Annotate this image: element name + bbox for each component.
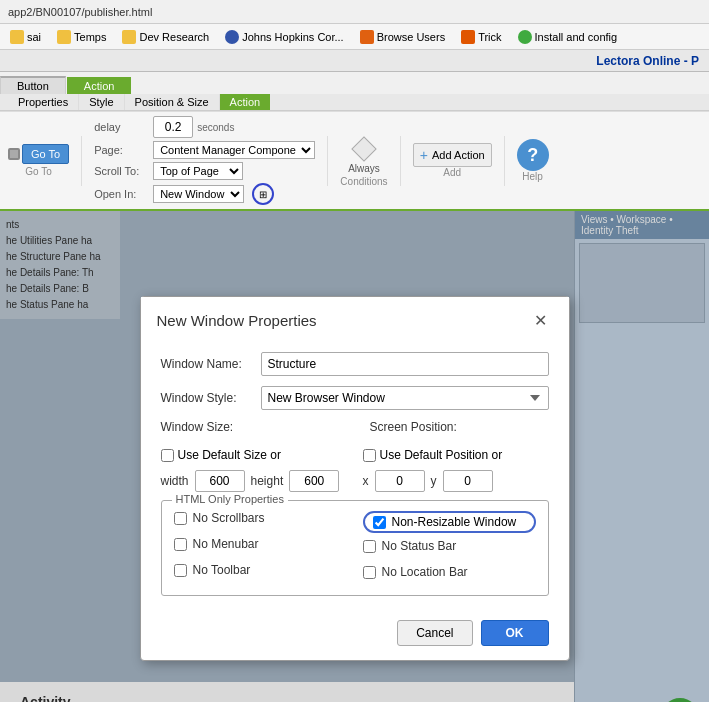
browser-url: app2/BN00107/publisher.html xyxy=(8,6,152,18)
scroll-row: Scroll To: Top of Page xyxy=(94,162,315,180)
no-scrollbars-row: No Scrollbars xyxy=(174,511,347,525)
bookmark-label: sai xyxy=(27,31,41,43)
no-menubar-label: No Menubar xyxy=(193,537,259,551)
no-menubar-checkbox[interactable] xyxy=(174,538,187,551)
bookmark-temps[interactable]: Temps xyxy=(53,29,110,45)
sub-tab-properties[interactable]: Properties xyxy=(8,94,79,110)
app-title: Lectora Online - P xyxy=(596,54,699,68)
scroll-select[interactable]: Top of Page xyxy=(153,162,243,180)
help-section-label: Help xyxy=(517,171,549,182)
tab-action[interactable]: Action xyxy=(67,77,132,94)
bookmark-label: Install and config xyxy=(535,31,618,43)
trick-icon xyxy=(461,30,475,44)
x-input[interactable] xyxy=(375,470,425,492)
bookmark-browse-users[interactable]: Browse Users xyxy=(356,29,449,45)
install-icon xyxy=(518,30,532,44)
sub-tab-action[interactable]: Action xyxy=(220,94,271,110)
divider xyxy=(81,136,82,186)
no-status-bar-checkbox[interactable] xyxy=(363,540,376,553)
bookmarks-bar: sai Temps Dev Research Johns Hopkins Cor… xyxy=(0,24,709,50)
cancel-button[interactable]: Cancel xyxy=(397,620,472,646)
no-scrollbars-label: No Scrollbars xyxy=(193,511,265,525)
no-toolbar-checkbox[interactable] xyxy=(174,564,187,577)
window-icon: ⊞ xyxy=(259,189,267,200)
page-label: Page: xyxy=(94,144,149,156)
window-style-select[interactable]: New Browser Window Popup Window Full Scr… xyxy=(261,386,549,410)
open-row: Open In: New Window ⊞ xyxy=(94,183,315,205)
default-row: Use Default Size or Use Default Position… xyxy=(161,448,549,462)
bookmark-dev-research[interactable]: Dev Research xyxy=(118,29,213,45)
delay-row: delay seconds xyxy=(94,116,315,138)
always-label: Always xyxy=(348,163,380,174)
x-label: x xyxy=(363,474,369,488)
y-input[interactable] xyxy=(443,470,493,492)
height-input[interactable] xyxy=(289,470,339,492)
use-default-pos-label: Use Default Position or xyxy=(380,448,503,462)
help-group: ? Help xyxy=(517,139,549,182)
bookmark-install[interactable]: Install and config xyxy=(514,29,622,45)
divider3 xyxy=(400,136,401,186)
folder-icon xyxy=(122,30,136,44)
no-status-bar-row: No Status Bar xyxy=(363,539,536,553)
add-action-group: + Add Action Add xyxy=(413,143,492,178)
bookmark-label: Trick xyxy=(478,31,501,43)
window-name-input[interactable] xyxy=(261,352,549,376)
use-default-size-label: Use Default Size or xyxy=(178,448,281,462)
bookmark-label: Browse Users xyxy=(377,31,445,43)
bookmark-sai[interactable]: sai xyxy=(6,29,45,45)
open-select[interactable]: New Window xyxy=(153,185,244,203)
tab-button[interactable]: Button xyxy=(0,76,66,94)
use-default-pos-row: Use Default Position or xyxy=(363,448,549,462)
width-input[interactable] xyxy=(195,470,245,492)
conditions-diamond-wrap xyxy=(352,137,376,161)
dialog-close-button[interactable]: ✕ xyxy=(528,309,553,332)
ok-button[interactable]: OK xyxy=(481,620,549,646)
window-size-label: Window Size: xyxy=(161,420,340,434)
sub-tab-position-size[interactable]: Position & Size xyxy=(125,94,220,110)
conditions-diamond xyxy=(351,136,376,161)
no-location-bar-row: No Location Bar xyxy=(363,565,536,579)
dialog-body: Window Name: Window Style: New Browser W… xyxy=(141,340,569,612)
bookmark-johns-hopkins[interactable]: Johns Hopkins Cor... xyxy=(221,29,348,45)
new-window-properties-dialog: New Window Properties ✕ Window Name: Win… xyxy=(140,296,570,661)
use-default-pos-checkbox[interactable] xyxy=(363,449,376,462)
delay-input[interactable] xyxy=(153,116,193,138)
browser-bar: app2/BN00107/publisher.html xyxy=(0,0,709,24)
bookmark-icon xyxy=(360,30,374,44)
no-scrollbars-checkbox[interactable] xyxy=(174,512,187,525)
html-cols: No Scrollbars No Menubar No Toolbar xyxy=(174,511,536,585)
add-action-button[interactable]: + Add Action xyxy=(413,143,492,167)
divider4 xyxy=(504,136,505,186)
page-select[interactable]: Content Manager Compone xyxy=(153,141,315,159)
folder-icon xyxy=(57,30,71,44)
bookmark-label: Johns Hopkins Cor... xyxy=(242,31,344,43)
no-toolbar-row: No Toolbar xyxy=(174,563,347,577)
go-to-group: Go To Go To xyxy=(8,144,69,177)
delay-group: delay seconds Page: Content Manager Comp… xyxy=(94,116,315,205)
conditions-section-label: Conditions xyxy=(340,176,388,187)
no-toolbar-label: No Toolbar xyxy=(193,563,251,577)
back-arrow-icon xyxy=(8,148,20,160)
shield-icon xyxy=(225,30,239,44)
plus-icon: + xyxy=(420,147,428,163)
sub-tab-style[interactable]: Style xyxy=(79,94,124,110)
window-style-row: Window Style: New Browser Window Popup W… xyxy=(161,386,549,410)
screen-pos-label: Screen Position: xyxy=(370,420,549,434)
help-button[interactable]: ? xyxy=(517,139,549,171)
folder-icon xyxy=(10,30,24,44)
scroll-label: Scroll To: xyxy=(94,165,149,177)
size-pos-headers: Window Size: Screen Position: xyxy=(161,420,549,440)
bookmark-trick[interactable]: Trick xyxy=(457,29,505,45)
go-to-button[interactable]: Go To xyxy=(22,144,69,164)
window-style-label: Window Style: xyxy=(161,391,261,405)
bookmark-label: Dev Research xyxy=(139,31,209,43)
y-label: y xyxy=(431,474,437,488)
non-resizable-checkbox[interactable] xyxy=(373,516,386,529)
ribbon-tabs: Button Action xyxy=(0,72,709,94)
delay-label: delay xyxy=(94,121,149,133)
no-location-bar-checkbox[interactable] xyxy=(363,566,376,579)
width-height-row: width height xyxy=(161,470,347,492)
window-name-label: Window Name: xyxy=(161,357,261,371)
conditions-group: Always Conditions xyxy=(340,135,388,187)
use-default-size-checkbox[interactable] xyxy=(161,449,174,462)
